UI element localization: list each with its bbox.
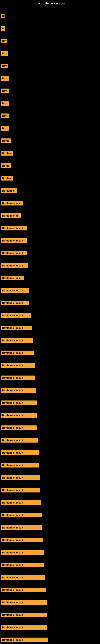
list-item: Bottleneck result (1, 362, 35, 368)
list-item: Bottlen (1, 175, 13, 181)
bottleneck-label: Bottle (1, 138, 11, 143)
bottleneck-label: Bottleneck result (1, 263, 28, 268)
list-item: Bottleneck result (1, 225, 27, 231)
bottleneck-label: Bottleneck result (1, 525, 42, 530)
list-item: Bottleneck result (1, 637, 48, 643)
bottleneck-label: Bottleneck result (1, 388, 36, 393)
list-item: Bottle (1, 138, 11, 144)
bottleneck-label: Bottleneck result (1, 612, 47, 617)
bottleneck-label: Bottle (1, 164, 11, 168)
list-item: Bott (1, 75, 9, 82)
list-item: Bottleneck result (1, 412, 37, 418)
list-item: Bottleneck result (1, 474, 40, 481)
bottleneck-label: Bottleneck result (1, 426, 37, 430)
list-item: Bott (1, 125, 9, 132)
bottleneck-label: Bo (1, 26, 5, 31)
bottleneck-label: Bottleneck resu (1, 201, 23, 206)
list-item: Bottleneck result (1, 238, 27, 244)
bottleneck-label: Bott (1, 76, 9, 81)
list-item: Bottleneck result (1, 587, 46, 593)
bottleneck-label: Bottleneck result (1, 363, 35, 368)
bottleneck-label: Bottleneck result (1, 550, 44, 555)
list-item: Bottleneck result (1, 250, 27, 256)
list-item: Bottleneck result (1, 550, 44, 556)
bottleneck-label: Bottleneck result (1, 488, 40, 492)
bottleneck-label: Bottleneck result (1, 400, 37, 405)
bottleneck-label: Bottleneck result (1, 450, 39, 455)
bottleneck-label: Bottleneck result (1, 226, 27, 230)
list-item: Bottleneck result (1, 375, 35, 381)
bottleneck-label: Bottleneck result (1, 438, 38, 442)
bottleneck-label: Bottleneck result (1, 475, 40, 480)
bottleneck-label: Bottlen (1, 151, 13, 156)
list-item: Bottleneck result (1, 562, 44, 568)
bottleneck-label: Bottleneck result (1, 338, 33, 343)
bottleneck-label: Bottleneck result (1, 326, 32, 330)
bottleneck-label: Bott (1, 126, 9, 130)
list-item: Bottleneck result (1, 450, 39, 456)
bottleneck-label: Bottleneck result (1, 538, 43, 542)
bottleneck-label: Bottleneck result (1, 600, 47, 605)
bottleneck-label: Bottleneck result (1, 376, 35, 380)
bottleneck-label: Bottleneck result (1, 251, 27, 256)
bottleneck-label: Bottleneck result (1, 288, 29, 293)
list-item: Bottleneck result (1, 574, 45, 580)
list-item: Bo (1, 25, 5, 32)
list-item: Bottlen (1, 150, 13, 156)
bottleneck-label: Bottlen (1, 176, 13, 180)
list-item: Bottleneck result (1, 400, 37, 406)
list-item: Bottleneck resu (1, 200, 23, 206)
bottleneck-label: Bottleneck result (1, 313, 31, 318)
list-item: Bottleneck result (1, 288, 29, 294)
list-item: Bott (1, 50, 8, 56)
list-item: Bottleneck result (1, 537, 43, 543)
list-item: Bottleneck (1, 188, 17, 194)
bottleneck-label: Bottleneck result (1, 575, 45, 580)
list-item: Bott (1, 113, 9, 119)
list-item: Bo (1, 13, 5, 19)
bottleneck-label: Bott (1, 51, 8, 56)
list-item: Bottleneck result (1, 487, 40, 493)
bottleneck-label: Bottleneck result (1, 638, 48, 642)
bottleneck-label: Bott (1, 101, 9, 106)
bottleneck-label: Bo (1, 14, 5, 18)
bottleneck-label: Bottleneck result (1, 463, 39, 468)
list-item: Bottleneck result (1, 512, 42, 518)
bottleneck-label: Bottleneck resu (1, 276, 24, 280)
site-title: TheBottlenecker.com (0, 0, 100, 7)
list-item: Bottleneck result (1, 300, 29, 306)
list-item: Bottleneck result (1, 612, 47, 618)
list-item: Bottleneck result (1, 437, 38, 443)
list-item: Bott (1, 63, 8, 69)
list-item: Bottleneck re (1, 212, 21, 219)
list-item: Bot (1, 38, 7, 44)
bottleneck-label: Bottleneck re (1, 213, 21, 218)
list-item: Bottleneck result (1, 462, 39, 468)
list-item: Bottleneck result (1, 524, 42, 531)
list-item: Bottleneck result (1, 350, 34, 356)
bottleneck-label: Bottleneck result (1, 500, 41, 505)
bottleneck-label: Bott (1, 64, 8, 68)
bottleneck-label: Bott (1, 114, 9, 118)
list-item: Bottleneck result (1, 262, 28, 269)
list-item: Bottleneck result (1, 325, 32, 331)
list-item: Bottleneck result (1, 500, 41, 506)
list-item: Bottleneck resu (1, 275, 24, 281)
list-item: Bottle (1, 162, 11, 169)
bottleneck-label: Bottleneck result (1, 563, 44, 567)
list-item: Bottleneck result (1, 387, 36, 394)
bottleneck-label: Bottleneck result (1, 413, 37, 418)
list-item: Bottleneck result (1, 337, 33, 344)
bottleneck-label: Bott (1, 88, 9, 93)
bottleneck-label: Bot (1, 39, 7, 43)
list-item: Bottleneck result (1, 312, 31, 318)
bottleneck-label: Bottleneck result (1, 513, 42, 518)
bottleneck-label: Bottleneck result (1, 238, 27, 243)
bottleneck-label: Bottleneck (1, 188, 17, 193)
list-item: Bottleneck result (1, 599, 47, 606)
bottleneck-label: Bottleneck result (1, 625, 48, 630)
bottleneck-label: Bottleneck result (1, 350, 34, 355)
bottleneck-label: Bottleneck result (1, 588, 46, 592)
list-item: Bottleneck result (1, 425, 37, 431)
list-item: Bott (1, 100, 9, 106)
